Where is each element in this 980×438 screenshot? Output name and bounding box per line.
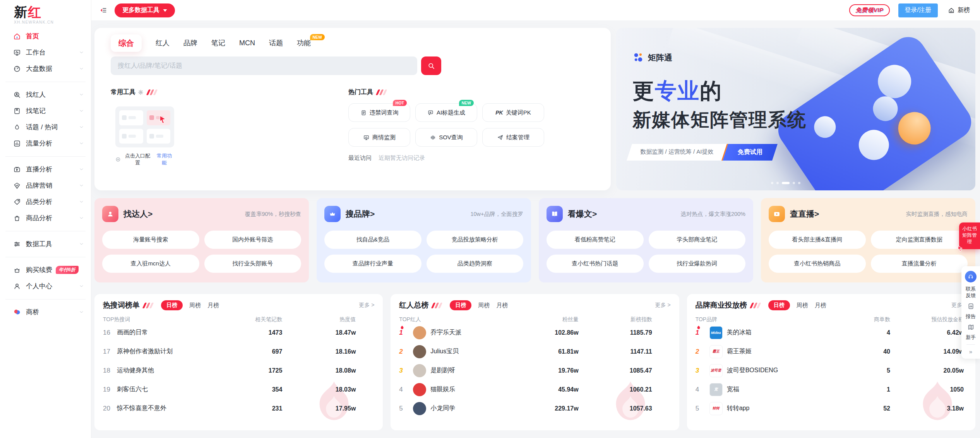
table-row[interactable]: 5 转转 转转app 52 3.18w	[696, 399, 964, 418]
hot-tools-section: 热门工具 违禁词查询 HOT AI标题生成 NEW	[348, 88, 611, 166]
newbie-guide-icon[interactable]	[967, 323, 975, 331]
sidebar-item-live-analysis[interactable]: 直播分析	[0, 161, 91, 178]
table-row[interactable]: 1 Midea 美的冰箱 4 6.42w	[696, 323, 964, 342]
tool-ai-title[interactable]: AI标题生成 NEW	[415, 103, 477, 122]
more-data-tools-button[interactable]: 更多数据工具	[115, 3, 175, 17]
sidebar-collapse-icon[interactable]	[98, 5, 109, 16]
free-trial-button[interactable]: 免费试用	[723, 144, 778, 161]
table-row[interactable]: 3 波司登 波司登BOSIDENG 5 20.05w	[696, 361, 964, 380]
link-live-monitor[interactable]: 定向监测直播数据	[871, 231, 968, 249]
tab-daily[interactable]: 日榜	[768, 300, 790, 310]
tab-monthly[interactable]: 月榜	[815, 302, 826, 309]
table-row[interactable]: 19刺客伍六七 354 18.03w	[103, 380, 356, 399]
newbie-label[interactable]: 新手	[966, 334, 976, 341]
newrank-home-link[interactable]: 新榜	[948, 6, 970, 14]
sidebar-item-data-tools[interactable]: 数据工具	[0, 236, 91, 252]
link-low-fans-high-likes[interactable]: 看低粉高赞笔记	[547, 231, 644, 249]
search-button[interactable]	[421, 56, 441, 75]
app-logo[interactable]: 新红 XH.NEWRANK.CN	[0, 0, 91, 28]
sidebar-item-topics-hotwords[interactable]: 话题 / 热词	[0, 119, 91, 135]
carousel-dot[interactable]	[798, 182, 800, 184]
table-row[interactable]: 2 Julius宝贝 61.81w 1147.11	[399, 342, 652, 361]
more-link[interactable]: 更多 >	[359, 302, 374, 309]
login-register-button[interactable]: 登录/注册	[898, 3, 938, 17]
tab-monthly[interactable]: 月榜	[496, 302, 508, 309]
table-row[interactable]: 3 是剧剧呀 19.76w 1085.47	[399, 361, 652, 380]
sidebar-item-home[interactable]: 首页	[0, 28, 91, 44]
card-title[interactable]: 看爆文>	[568, 209, 597, 219]
report-icon[interactable]	[967, 303, 975, 310]
sidebar-item-workbench[interactable]: 工作台	[0, 44, 91, 61]
carousel-dot[interactable]	[793, 182, 795, 184]
table-row[interactable]: 17原神创作者激励计划 697 18.16w	[103, 342, 356, 361]
matrix-banner[interactable]: 矩阵通 更专业的 新媒体矩阵管理系统 数据监测 / 运营统筹 / AI提效 免费…	[616, 28, 975, 190]
link-live-traffic[interactable]: 直播流量分析	[871, 255, 968, 273]
tab-features[interactable]: 功能NEW	[297, 38, 311, 48]
sidebar-item-find-notes[interactable]: 找笔记	[0, 103, 91, 119]
card-title[interactable]: 找达人>	[123, 209, 152, 219]
table-row[interactable]: 4 宽 宽福 1 1050	[696, 380, 964, 399]
table-row[interactable]: 5 小龙同学 229.17w 1057.63	[399, 399, 652, 418]
link-hot-products[interactable]: 查小红书热销商品	[769, 255, 866, 273]
link-domestic-filter[interactable]: 国内外账号筛选	[204, 231, 302, 249]
carousel-dot[interactable]	[776, 182, 779, 184]
table-row[interactable]: 1 乔宇乐天派 102.86w 1185.79	[399, 323, 652, 342]
tab-topics[interactable]: 话题	[269, 38, 283, 48]
tool-keyword-pk[interactable]: PK 关键词PK	[482, 103, 544, 122]
sidebar-item-profile[interactable]: 个人中心	[0, 278, 91, 294]
table-row[interactable]: 18运动健身其他 1725 18.08w	[103, 361, 356, 380]
tab-weekly[interactable]: 周榜	[797, 302, 808, 309]
report-label[interactable]: 报告	[966, 313, 976, 320]
more-link[interactable]: 更多 >	[655, 302, 671, 309]
sidebar-item-category-analysis[interactable]: 品类分析	[0, 194, 91, 210]
sidebar-item-brand-marketing[interactable]: 品牌营销	[0, 178, 91, 194]
contact-feedback-label[interactable]: 联系 反馈	[966, 286, 976, 299]
table-row[interactable]: 20惊不惊喜意不意外 231 17.95w	[103, 399, 356, 418]
link-category-trend[interactable]: 品类趋势洞察	[427, 255, 524, 273]
contact-service-icon[interactable]	[965, 271, 977, 282]
link-hot-topics[interactable]: 查小红书热门话题	[547, 255, 644, 273]
tab-weekly[interactable]: 周榜	[189, 302, 201, 309]
tab-daily[interactable]: 日榜	[161, 300, 183, 310]
link-mcn-influencer[interactable]: 查入驻mcn达人	[102, 255, 199, 273]
table-row[interactable]: 16画画的日常 1473 18.47w	[103, 323, 356, 342]
tool-case-management[interactable]: 结案管理	[482, 128, 544, 147]
collapse-rail-button[interactable]: »	[969, 348, 972, 355]
common-functions-link[interactable]: 常用功能	[154, 152, 174, 166]
search-input[interactable]	[111, 56, 417, 75]
tab-notes[interactable]: 笔记	[211, 38, 225, 48]
tool-business-monitor[interactable]: 商情监测	[348, 128, 410, 147]
sidebar-item-find-influencer[interactable]: 找红人	[0, 87, 91, 103]
tab-daily[interactable]: 日榜	[450, 300, 471, 310]
sidebar-item-goods-analysis[interactable]: 商品分析	[0, 210, 91, 226]
sidebar-item-traffic-analysis[interactable]: 流量分析	[0, 135, 91, 152]
card-title[interactable]: 搜品牌>	[346, 209, 375, 219]
tab-comprehensive[interactable]: 综合	[111, 34, 142, 52]
tool-sov-query[interactable]: SOV查询	[415, 128, 477, 147]
link-own-competitor-brand[interactable]: 找自品&竞品	[324, 231, 421, 249]
tab-monthly[interactable]: 月榜	[207, 302, 219, 309]
tab-influencer[interactable]: 红人	[156, 38, 170, 48]
link-viral-keywords[interactable]: 找行业爆款热词	[649, 255, 746, 273]
link-brand-voice[interactable]: 查品牌行业声量	[324, 255, 421, 273]
tab-brand[interactable]: 品牌	[183, 38, 197, 48]
table-row[interactable]: 2 霸王 霸王茶姬 40 14.09w	[696, 342, 964, 361]
carousel-dot[interactable]	[771, 182, 773, 184]
link-top-business-notes[interactable]: 学头部商业笔记	[649, 231, 746, 249]
xiaohongshu-matrix-badge[interactable]: 小红书 矩阵管理	[959, 222, 980, 249]
card-title[interactable]: 查直播>	[790, 209, 819, 219]
link-competitor-strategy[interactable]: 竞品投放策略分析	[427, 231, 524, 249]
table-row[interactable]: 4 猫眼娱乐 45.94w 1060.21	[399, 380, 652, 399]
tab-weekly[interactable]: 周榜	[478, 302, 490, 309]
tab-mcn[interactable]: MCN	[239, 39, 255, 47]
carousel-dot-active[interactable]	[782, 182, 790, 184]
link-mass-account-search[interactable]: 海量账号搜索	[102, 231, 199, 249]
sidebar-item-market-data[interactable]: 大盘数据	[0, 61, 91, 77]
link-top-streamers[interactable]: 看头部主播&直播间	[769, 231, 866, 249]
sidebar-item-purchase-renew[interactable]: 购买续费 年付6折	[0, 262, 91, 278]
tool-forbidden-words[interactable]: 违禁词查询 HOT	[348, 103, 410, 122]
sidebar-item-shangqiao[interactable]: 商桥	[0, 304, 91, 320]
gear-icon[interactable]	[138, 89, 144, 95]
free-vip-button[interactable]: 免费领VIP	[849, 4, 889, 16]
link-top-accounts[interactable]: 找行业头部账号	[204, 255, 302, 273]
